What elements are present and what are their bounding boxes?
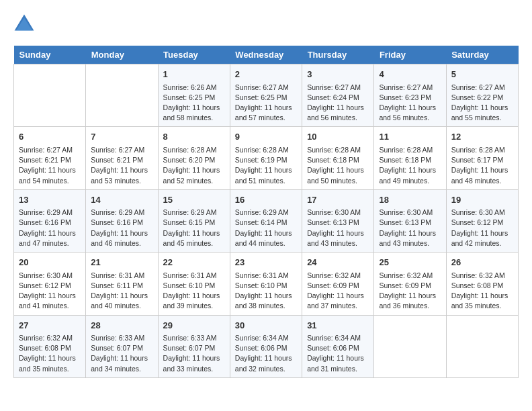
- day-number: 23: [235, 256, 297, 269]
- day-info: Sunrise: 6:29 AM Sunset: 6:16 PM Dayligh…: [91, 208, 152, 248]
- calendar-cell: [374, 315, 446, 377]
- calendar-table: SundayMondayTuesdayWednesdayThursdayFrid…: [13, 46, 519, 378]
- day-number: 26: [451, 256, 513, 269]
- calendar-cell: 5Sunrise: 6:27 AM Sunset: 6:22 PM Daylig…: [446, 64, 518, 127]
- calendar-cell: 2Sunrise: 6:27 AM Sunset: 6:25 PM Daylig…: [230, 64, 302, 127]
- day-info: Sunrise: 6:34 AM Sunset: 6:06 PM Dayligh…: [235, 333, 297, 374]
- day-info: Sunrise: 6:27 AM Sunset: 6:21 PM Dayligh…: [91, 145, 152, 186]
- day-number: 31: [307, 319, 369, 332]
- day-info: Sunrise: 6:30 AM Sunset: 6:13 PM Dayligh…: [307, 208, 369, 248]
- calendar-cell: 23Sunrise: 6:31 AM Sunset: 6:10 PM Dayli…: [230, 253, 302, 315]
- day-number: 28: [91, 319, 152, 332]
- day-info: Sunrise: 6:32 AM Sunset: 6:09 PM Dayligh…: [307, 271, 369, 312]
- day-info: Sunrise: 6:33 AM Sunset: 6:07 PM Dayligh…: [163, 333, 225, 374]
- calendar-cell: 31Sunrise: 6:34 AM Sunset: 6:06 PM Dayli…: [302, 315, 374, 377]
- day-number: 21: [91, 256, 152, 269]
- day-info: Sunrise: 6:31 AM Sunset: 6:10 PM Dayligh…: [235, 271, 297, 312]
- calendar-cell: [446, 315, 518, 377]
- weekday-header-tuesday: Tuesday: [158, 46, 230, 64]
- day-number: 27: [19, 319, 81, 332]
- day-info: Sunrise: 6:27 AM Sunset: 6:25 PM Dayligh…: [235, 83, 297, 124]
- calendar-cell: 21Sunrise: 6:31 AM Sunset: 6:11 PM Dayli…: [86, 253, 158, 315]
- calendar-cell: 26Sunrise: 6:32 AM Sunset: 6:08 PM Dayli…: [446, 253, 518, 315]
- calendar-cell: [14, 64, 86, 127]
- calendar-cell: 17Sunrise: 6:30 AM Sunset: 6:13 PM Dayli…: [302, 189, 374, 252]
- calendar-cell: 29Sunrise: 6:33 AM Sunset: 6:07 PM Dayli…: [158, 315, 230, 377]
- calendar-cell: 7Sunrise: 6:27 AM Sunset: 6:21 PM Daylig…: [86, 127, 158, 189]
- day-info: Sunrise: 6:34 AM Sunset: 6:06 PM Dayligh…: [307, 333, 369, 374]
- day-number: 10: [307, 130, 369, 144]
- calendar-week-row: 1Sunrise: 6:26 AM Sunset: 6:25 PM Daylig…: [14, 64, 519, 127]
- calendar-cell: 10Sunrise: 6:28 AM Sunset: 6:18 PM Dayli…: [302, 127, 374, 189]
- day-number: 18: [379, 193, 441, 207]
- day-number: 9: [235, 130, 297, 144]
- day-number: 7: [91, 130, 152, 144]
- day-info: Sunrise: 6:28 AM Sunset: 6:20 PM Dayligh…: [163, 145, 225, 186]
- logo-icon: [13, 13, 35, 35]
- calendar-cell: 9Sunrise: 6:28 AM Sunset: 6:19 PM Daylig…: [230, 127, 302, 189]
- weekday-header-sunday: Sunday: [14, 46, 86, 64]
- calendar-cell: 4Sunrise: 6:27 AM Sunset: 6:23 PM Daylig…: [374, 64, 446, 127]
- day-info: Sunrise: 6:29 AM Sunset: 6:14 PM Dayligh…: [235, 208, 297, 248]
- day-info: Sunrise: 6:28 AM Sunset: 6:17 PM Dayligh…: [451, 145, 513, 186]
- day-number: 6: [19, 130, 81, 144]
- day-info: Sunrise: 6:30 AM Sunset: 6:12 PM Dayligh…: [19, 271, 81, 312]
- day-number: 1: [163, 68, 225, 81]
- calendar-week-row: 27Sunrise: 6:32 AM Sunset: 6:08 PM Dayli…: [14, 315, 519, 377]
- calendar-cell: [86, 64, 158, 127]
- calendar-cell: 27Sunrise: 6:32 AM Sunset: 6:08 PM Dayli…: [14, 315, 86, 377]
- calendar-week-row: 20Sunrise: 6:30 AM Sunset: 6:12 PM Dayli…: [14, 253, 519, 315]
- day-info: Sunrise: 6:33 AM Sunset: 6:07 PM Dayligh…: [91, 333, 152, 374]
- day-number: 8: [163, 130, 225, 144]
- day-number: 16: [235, 193, 297, 207]
- weekday-header-wednesday: Wednesday: [230, 46, 302, 64]
- weekday-header-friday: Friday: [374, 46, 446, 64]
- day-info: Sunrise: 6:31 AM Sunset: 6:11 PM Dayligh…: [91, 271, 152, 312]
- day-number: 3: [307, 68, 369, 81]
- day-number: 11: [379, 130, 441, 144]
- day-number: 14: [91, 193, 152, 207]
- calendar-week-row: 6Sunrise: 6:27 AM Sunset: 6:21 PM Daylig…: [14, 127, 519, 189]
- day-number: 12: [451, 130, 513, 144]
- day-number: 2: [235, 68, 297, 81]
- day-info: Sunrise: 6:27 AM Sunset: 6:23 PM Dayligh…: [379, 83, 441, 124]
- calendar-cell: 13Sunrise: 6:29 AM Sunset: 6:16 PM Dayli…: [14, 189, 86, 252]
- calendar-cell: 28Sunrise: 6:33 AM Sunset: 6:07 PM Dayli…: [86, 315, 158, 377]
- calendar-cell: 6Sunrise: 6:27 AM Sunset: 6:21 PM Daylig…: [14, 127, 86, 189]
- day-info: Sunrise: 6:29 AM Sunset: 6:16 PM Dayligh…: [19, 208, 81, 248]
- day-number: 29: [163, 319, 225, 332]
- calendar-cell: 16Sunrise: 6:29 AM Sunset: 6:14 PM Dayli…: [230, 189, 302, 252]
- day-info: Sunrise: 6:32 AM Sunset: 6:09 PM Dayligh…: [379, 271, 441, 312]
- day-info: Sunrise: 6:29 AM Sunset: 6:15 PM Dayligh…: [163, 208, 225, 248]
- calendar-cell: 3Sunrise: 6:27 AM Sunset: 6:24 PM Daylig…: [302, 64, 374, 127]
- day-number: 17: [307, 193, 369, 207]
- day-number: 20: [19, 256, 81, 269]
- day-number: 4: [379, 68, 441, 81]
- day-info: Sunrise: 6:28 AM Sunset: 6:18 PM Dayligh…: [307, 145, 369, 186]
- day-number: 19: [451, 193, 513, 207]
- calendar-cell: 18Sunrise: 6:30 AM Sunset: 6:13 PM Dayli…: [374, 189, 446, 252]
- weekday-header-saturday: Saturday: [446, 46, 518, 64]
- calendar-cell: 1Sunrise: 6:26 AM Sunset: 6:25 PM Daylig…: [158, 64, 230, 127]
- weekday-header-thursday: Thursday: [302, 46, 374, 64]
- calendar-cell: 15Sunrise: 6:29 AM Sunset: 6:15 PM Dayli…: [158, 189, 230, 252]
- day-number: 25: [379, 256, 441, 269]
- calendar-cell: 11Sunrise: 6:28 AM Sunset: 6:18 PM Dayli…: [374, 127, 446, 189]
- day-info: Sunrise: 6:32 AM Sunset: 6:08 PM Dayligh…: [19, 333, 81, 374]
- day-info: Sunrise: 6:28 AM Sunset: 6:19 PM Dayligh…: [235, 145, 297, 186]
- page-header: [13, 13, 519, 35]
- day-number: 15: [163, 193, 225, 207]
- day-info: Sunrise: 6:30 AM Sunset: 6:12 PM Dayligh…: [451, 208, 513, 248]
- day-info: Sunrise: 6:27 AM Sunset: 6:24 PM Dayligh…: [307, 83, 369, 124]
- day-number: 22: [163, 256, 225, 269]
- day-number: 24: [307, 256, 369, 269]
- day-info: Sunrise: 6:28 AM Sunset: 6:18 PM Dayligh…: [379, 145, 441, 186]
- day-info: Sunrise: 6:30 AM Sunset: 6:13 PM Dayligh…: [379, 208, 441, 248]
- calendar-cell: 30Sunrise: 6:34 AM Sunset: 6:06 PM Dayli…: [230, 315, 302, 377]
- calendar-cell: 22Sunrise: 6:31 AM Sunset: 6:10 PM Dayli…: [158, 253, 230, 315]
- calendar-cell: 20Sunrise: 6:30 AM Sunset: 6:12 PM Dayli…: [14, 253, 86, 315]
- calendar-cell: 8Sunrise: 6:28 AM Sunset: 6:20 PM Daylig…: [158, 127, 230, 189]
- calendar-cell: 14Sunrise: 6:29 AM Sunset: 6:16 PM Dayli…: [86, 189, 158, 252]
- day-info: Sunrise: 6:31 AM Sunset: 6:10 PM Dayligh…: [163, 271, 225, 312]
- calendar-cell: 19Sunrise: 6:30 AM Sunset: 6:12 PM Dayli…: [446, 189, 518, 252]
